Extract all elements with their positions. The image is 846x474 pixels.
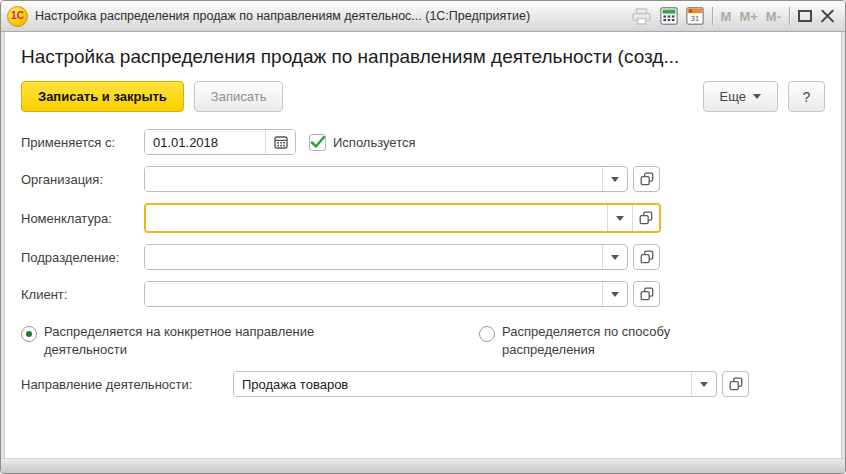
choose-from-list-icon — [640, 250, 654, 264]
memory-minus-button[interactable]: M- — [766, 9, 781, 24]
choose-from-list-icon — [640, 172, 654, 186]
close-button[interactable] — [820, 9, 835, 24]
direction-input[interactable] — [234, 372, 691, 396]
checkmark-icon — [310, 136, 325, 149]
window-bottom-frame — [1, 458, 845, 473]
print-icon[interactable] — [631, 8, 652, 25]
titlebar-separator — [789, 7, 790, 25]
calendar-day-text: 31 — [690, 14, 698, 23]
nomenclature-field-focused — [144, 203, 661, 233]
memory-plus-button[interactable]: M+ — [739, 9, 757, 24]
more-button[interactable]: Еще — [703, 81, 778, 112]
choose-from-list-icon — [639, 211, 653, 225]
window-title: Настройка распределения продаж по направ… — [35, 9, 530, 23]
applies-from-field — [144, 129, 296, 155]
dropdown-arrow-icon[interactable] — [602, 167, 627, 191]
date-picker-button[interactable] — [265, 130, 295, 154]
save-and-close-button[interactable]: Записать и закрыть — [21, 81, 184, 112]
used-checkbox[interactable] — [309, 134, 326, 151]
client-row: Клиент: — [21, 281, 825, 307]
nomenclature-row: Номенклатура: — [21, 203, 825, 233]
direction-label: Направление деятельности: — [21, 377, 233, 392]
nomenclature-input[interactable] — [146, 205, 607, 231]
direction-choose-button[interactable] — [722, 371, 749, 397]
direction-row: Направление деятельности: — [21, 371, 825, 397]
choose-from-list-icon — [640, 287, 654, 301]
department-label: Подразделение: — [21, 250, 144, 265]
page-title: Настройка распределения продаж по направ… — [21, 46, 825, 68]
1c-logo-icon: 1С — [7, 6, 28, 27]
direction-field — [233, 371, 717, 397]
used-checkbox-label[interactable]: Используется — [333, 135, 416, 150]
radio-button-unselected[interactable] — [479, 326, 495, 342]
radio-option-direct[interactable]: Распределяется на конкретное направление… — [21, 323, 479, 358]
calendar-icon[interactable]: 31 — [686, 7, 704, 25]
client-input[interactable] — [145, 282, 602, 306]
more-button-label: Еще — [720, 89, 746, 104]
distribution-options: Распределяется на конкретное направление… — [21, 323, 825, 358]
maximize-icon — [798, 10, 812, 22]
applies-from-label: Применяется с: — [21, 135, 144, 150]
organization-row: Организация: — [21, 166, 825, 192]
memory-recall-button[interactable]: M — [721, 9, 732, 24]
command-bar: Записать и закрыть Записать Еще ? — [21, 81, 825, 112]
client-field — [144, 281, 628, 307]
app-window: 1С Настройка распределения продаж по нап… — [0, 0, 846, 474]
maximize-button[interactable] — [798, 10, 812, 22]
nomenclature-choose-button[interactable] — [632, 205, 659, 231]
choose-from-list-icon — [729, 377, 743, 391]
help-button[interactable]: ? — [788, 81, 825, 112]
titlebar-controls: 31 M M+ M- — [631, 7, 835, 25]
organization-input[interactable] — [145, 167, 602, 191]
save-button[interactable]: Записать — [194, 81, 284, 112]
nomenclature-label: Номенклатура: — [21, 211, 144, 226]
dropdown-arrow-icon[interactable] — [602, 282, 627, 306]
radio-method-label[interactable]: Распределяется по способу распределения — [502, 323, 734, 358]
dropdown-arrow-icon[interactable] — [607, 205, 632, 231]
organization-choose-button[interactable] — [633, 166, 660, 192]
department-choose-button[interactable] — [633, 244, 660, 270]
applies-from-input[interactable] — [145, 130, 265, 154]
radio-direct-label[interactable]: Распределяется на конкретное направление… — [44, 323, 374, 358]
applies-from-row: Применяется с: — [21, 129, 825, 155]
radio-option-method[interactable]: Распределяется по способу распределения — [479, 323, 734, 358]
department-input[interactable] — [145, 245, 602, 269]
calculator-icon[interactable] — [660, 7, 678, 25]
titlebar-separator — [712, 7, 713, 25]
close-icon — [820, 9, 835, 24]
1c-logo-text: 1С — [11, 11, 24, 21]
dropdown-arrow-icon[interactable] — [602, 245, 627, 269]
department-field — [144, 244, 628, 270]
organization-label: Организация: — [21, 172, 144, 187]
client-choose-button[interactable] — [633, 281, 660, 307]
client-label: Клиент: — [21, 287, 144, 302]
dropdown-arrow-icon[interactable] — [691, 372, 716, 396]
used-checkbox-group: Используется — [309, 134, 416, 151]
organization-field — [144, 166, 628, 192]
department-row: Подразделение: — [21, 244, 825, 270]
date-picker-calendar-icon — [274, 135, 288, 149]
titlebar: 1С Настройка распределения продаж по нап… — [1, 1, 845, 32]
chevron-down-icon — [753, 94, 761, 99]
form-body: Настройка распределения продаж по направ… — [4, 32, 842, 458]
radio-button-selected[interactable] — [21, 326, 37, 342]
